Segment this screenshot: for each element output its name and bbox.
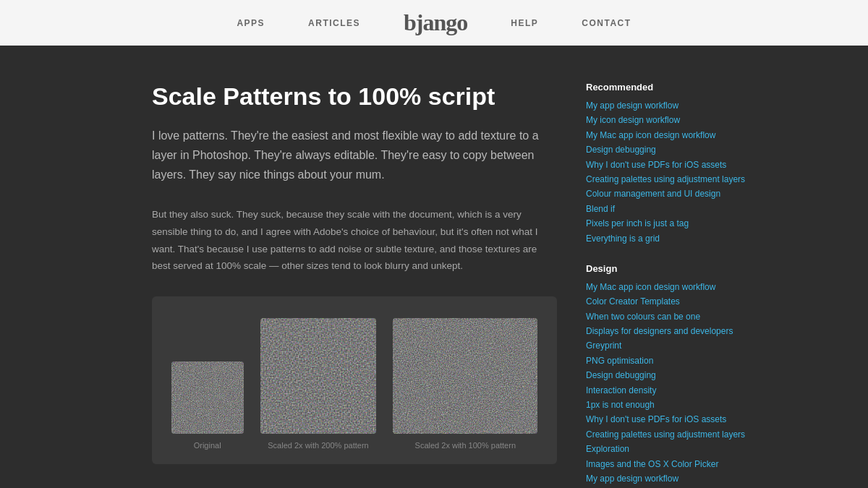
article-title: Scale Patterns to 100% script <box>152 82 557 111</box>
article-intro: I love patterns. They're the easiest and… <box>152 126 557 185</box>
sidebar-link[interactable]: Colour management and UI design <box>586 187 752 201</box>
sidebar-link[interactable]: Greyprint <box>586 338 752 353</box>
pattern-200: Scaled 2x with 200% pattern <box>260 318 376 450</box>
sidebar-link[interactable]: Everything is a grid <box>586 231 752 246</box>
pattern-100: Scaled 2x with 100% pattern <box>393 318 537 450</box>
site-header: APPS ARTICLES bjango HELP CONTACT <box>0 0 868 46</box>
sidebar-link[interactable]: Design debugging <box>586 368 752 382</box>
sidebar-link[interactable]: My Mac app icon design workflow <box>586 280 752 294</box>
sidebar-link[interactable]: Creating palettes using adjustment layer… <box>586 427 752 442</box>
pattern-100-image <box>393 318 537 434</box>
sidebar-link[interactable]: Exploration <box>586 442 752 456</box>
sidebar-design: Design My Mac app icon design workflow C… <box>586 263 752 488</box>
sidebar-link[interactable]: Images and the OS X Color Picker <box>586 457 752 471</box>
sidebar-link[interactable]: Why I don't use PDFs for iOS assets <box>586 412 752 427</box>
sidebar-link[interactable]: 1px is not enough <box>586 398 752 412</box>
sidebar-link[interactable]: My icon design workflow <box>586 113 752 127</box>
pattern-100-label: Scaled 2x with 100% pattern <box>415 441 516 450</box>
nav-apps[interactable]: APPS <box>237 18 265 28</box>
sidebar-link[interactable]: Blend if <box>586 202 752 216</box>
pattern-200-label: Scaled 2x with 200% pattern <box>268 441 368 450</box>
sidebar-link[interactable]: My app design workflow <box>586 98 752 113</box>
sidebar-link[interactable]: Creating palettes using adjustment layer… <box>586 172 752 187</box>
article-body-text: But they also suck. They suck, because t… <box>152 206 557 275</box>
sidebar-link[interactable]: PNG optimisation <box>586 354 752 368</box>
sidebar-link[interactable]: Why I don't use PDFs for iOS assets <box>586 158 752 172</box>
pattern-original: Original <box>171 361 244 450</box>
sidebar-recommended-title: Recommended <box>586 82 752 93</box>
sidebar-link[interactable]: When two colours can be one <box>586 309 752 324</box>
pattern-200-image <box>260 318 376 434</box>
sidebar-link[interactable]: Color Creator Templates <box>586 294 752 309</box>
pattern-demo: Original Scaled 2x with 200% pattern Sca… <box>152 296 557 464</box>
nav-articles[interactable]: ARTICLES <box>308 18 360 28</box>
main-content: Scale Patterns to 100% script I love pat… <box>36 46 832 488</box>
sidebar-link[interactable]: Displays for designers and developers <box>586 324 752 338</box>
site-logo[interactable]: bjango <box>404 9 467 36</box>
sidebar-link[interactable]: Interaction density <box>586 383 752 398</box>
sidebar-recommended: Recommended My app design workflow My ic… <box>586 82 752 246</box>
sidebar-link[interactable]: Design debugging <box>586 142 752 157</box>
main-nav: APPS ARTICLES bjango HELP CONTACT <box>237 9 631 36</box>
nav-help[interactable]: HELP <box>511 18 538 28</box>
sidebar-link[interactable]: Pixels per inch is just a tag <box>586 216 752 231</box>
article-body: Scale Patterns to 100% script I love pat… <box>152 82 557 488</box>
pattern-original-image <box>171 361 244 434</box>
pattern-original-label: Original <box>194 441 221 450</box>
sidebar-link[interactable]: My Mac app icon design workflow <box>586 128 752 142</box>
sidebar-design-title: Design <box>586 263 752 274</box>
nav-contact[interactable]: CONTACT <box>582 18 631 28</box>
sidebar: Recommended My app design workflow My ic… <box>586 82 752 488</box>
sidebar-link[interactable]: My app design workflow <box>586 471 752 486</box>
